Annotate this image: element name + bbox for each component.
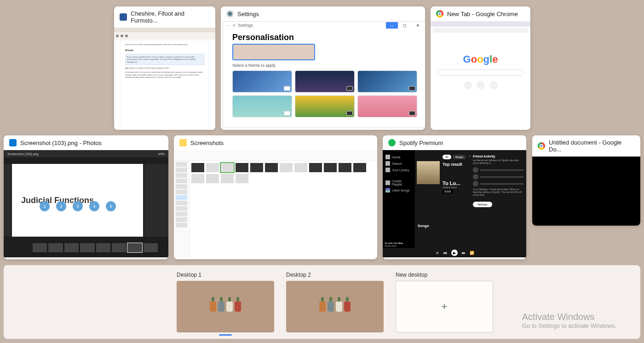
window-title: Untitled document - Google Do... [549,139,635,153]
desktop-thumbnail[interactable] [177,281,274,332]
taskview-window-spotify[interactable]: Spotify Premium Home Search Your Library… [383,135,526,259]
new-desktop[interactable]: New desktop + [396,272,493,332]
personalisation-heading: Personalisation [232,33,294,42]
prev-icon: ⏮ [443,250,448,255]
play-icon: ▶ [451,250,458,256]
chrome-icon [538,142,545,150]
chrome-icon [436,10,443,17]
activate-windows-watermark: Activate Windows Go to Settings to activ… [522,312,616,329]
taskview-window-photos[interactable]: Screenshot (103).png - Photos Screenshot… [4,135,168,259]
window-title: Screenshots [190,140,224,146]
taskview-window-settings[interactable]: Settings ← ≡ Settings — ▢ ✕ Personalisat… [221,6,425,130]
desktop-thumbnail[interactable] [286,281,384,332]
maximize-icon: ▢ [399,22,411,29]
repeat-icon: 🔁 [470,250,474,255]
minimize-icon: — [386,22,398,29]
spotify-icon [388,139,396,146]
window-title: Spotify Premium [399,140,443,146]
search-input [437,70,523,76]
plus-icon: + [442,301,448,313]
spotify-thumbnail: Home Search Your Library Create Playlist… [383,150,526,257]
settings-icon [226,10,234,17]
new-desktop-button[interactable]: + [396,281,493,332]
docs-thumbnail [532,157,640,226]
word-thumbnail: of law, the facts of the case did not ju… [114,28,215,130]
next-icon: ⏭ [461,250,466,255]
shuffle-icon: ⤮ [435,250,439,255]
taskview-window-explorer[interactable]: Screenshots [174,135,377,259]
window-title: New Tab - Google Chrome [447,11,518,17]
window-title: Screenshot (103).png - Photos [20,140,102,146]
window-title: Settings [237,11,259,17]
close-icon: ✕ [412,22,424,29]
photos-thumbnail: Screenshot (103).png 49% Judicial Functi… [4,150,168,257]
google-logo: Google [463,53,498,65]
back-icon: ← [226,23,230,28]
word-icon [120,13,127,21]
desktop-1[interactable]: Desktop 1 [177,272,274,332]
folder-icon [179,139,187,146]
photos-icon [9,139,17,146]
explorer-thumbnail [174,150,377,257]
taskview-window-chrome[interactable]: New Tab - Google Chrome Google [431,6,530,130]
taskview-window-docs[interactable]: Untitled document - Google Do... [532,135,640,226]
menu-icon: ≡ [233,23,235,28]
settings-thumbnail: ← ≡ Settings — ▢ ✕ Personalisation Selec… [223,21,425,128]
taskview-window-word[interactable]: Cheshire, Fifoot and Furmsto... of law, … [114,6,215,130]
window-title: Cheshire, Fifoot and Furmsto... [131,10,210,24]
settings-button: Settings [473,202,492,207]
chrome-thumbnail: Google [431,21,530,128]
desktop-2[interactable]: Desktop 2 [286,272,384,332]
